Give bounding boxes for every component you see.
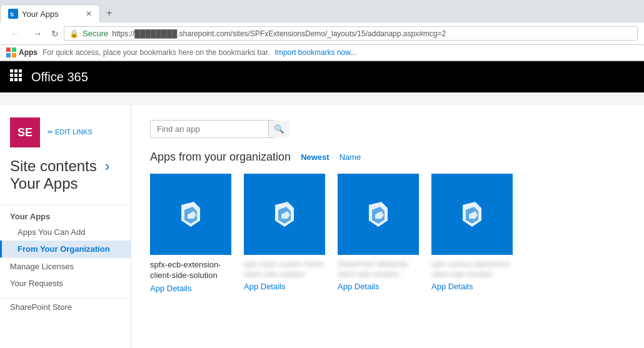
svg-rect-3 <box>6 47 11 52</box>
app-name-0: spfx-ecb-extension-client-side-solution <box>150 260 231 281</box>
app-card-2: SharePoint Webtools client side solution… <box>338 174 419 293</box>
app-icon-1[interactable] <box>244 174 325 255</box>
app-card-1: spfx react custom footer client side sol… <box>244 174 325 293</box>
waffle-btn[interactable] <box>10 69 23 85</box>
svg-rect-10 <box>10 74 13 77</box>
nav-section-bottom: Manage Licenses Your Requests <box>0 257 131 292</box>
address-protocol: Secure <box>83 29 108 38</box>
breadcrumb-parent: Site contents <box>10 157 97 174</box>
svg-rect-7 <box>10 69 13 72</box>
svg-text:S: S <box>10 11 14 17</box>
apps-section-title: Apps from your organization Newest Name <box>150 151 625 164</box>
avatar: SE <box>10 117 40 147</box>
sidebar-item-from-your-org[interactable]: From Your Organization <box>0 241 131 257</box>
sort-name-link[interactable]: Name <box>340 152 361 162</box>
new-tab-btn[interactable]: + <box>100 4 118 22</box>
svg-rect-4 <box>12 47 16 52</box>
breadcrumb-child: Your Apps <box>10 175 78 192</box>
app-details-link-2[interactable]: App Details <box>338 282 419 291</box>
bookmarks-bar: Apps For quick access, place your bookma… <box>0 45 644 61</box>
sidebar-item-sharepoint-store[interactable]: SharePoint Store <box>0 299 131 316</box>
browser-chrome: S Your Apps ✕ + ← → ↻ 🔒 Secure https://█… <box>0 0 644 61</box>
main-layout: SE ✏ EDIT LINKS Site contents › Your App… <box>0 105 644 348</box>
tab-favicon: S <box>8 9 18 19</box>
bookmarks-apps-icon: Apps <box>6 47 38 57</box>
svg-rect-15 <box>19 78 22 81</box>
grey-strip <box>0 92 644 105</box>
bookmarks-label: Apps <box>19 48 38 57</box>
address-bar: ← → ↻ 🔒 Secure https://████████.sharepoi… <box>0 22 644 45</box>
sidebar-item-your-requests[interactable]: Your Requests <box>0 275 131 292</box>
breadcrumb: Site contents › Your Apps <box>10 157 113 192</box>
app-icon-0[interactable] <box>150 174 231 255</box>
tab-title: Your Apps <box>22 9 59 19</box>
edit-links-btn[interactable]: ✏ EDIT LINKS <box>48 128 93 136</box>
app-details-link-3[interactable]: App Details <box>431 282 513 291</box>
search-button[interactable]: 🔍 <box>268 121 289 137</box>
app-name-3: spfx various dashboard client side solut… <box>431 260 513 279</box>
svg-rect-12 <box>19 74 22 77</box>
lock-icon: 🔒 <box>69 29 79 38</box>
svg-rect-9 <box>19 69 22 72</box>
address-input[interactable]: 🔒 Secure https://████████.sharepoint.com… <box>64 26 638 41</box>
app-icon-2[interactable] <box>338 174 419 255</box>
site-identity: SE ✏ EDIT LINKS <box>0 117 131 157</box>
app-card-3: spfx various dashboard client side solut… <box>431 174 513 293</box>
svg-rect-11 <box>14 74 18 77</box>
sidebar: SE ✏ EDIT LINKS Site contents › Your App… <box>0 105 131 348</box>
app-name-2: SharePoint Webtools client side solution <box>338 260 419 279</box>
tab-close-btn[interactable]: ✕ <box>86 9 92 18</box>
svg-rect-14 <box>14 78 18 81</box>
content-area: 🔍 Apps from your organization Newest Nam… <box>131 105 644 348</box>
tab-bar: S Your Apps ✕ + <box>0 0 644 22</box>
app-card-0: spfx-ecb-extension-client-side-solution … <box>150 174 231 293</box>
sort-newest-link[interactable]: Newest <box>301 152 330 162</box>
svg-rect-6 <box>12 53 16 57</box>
active-tab[interactable]: S Your Apps ✕ <box>0 4 100 22</box>
svg-rect-8 <box>14 69 18 72</box>
page-title-area: Site contents › Your Apps <box>0 157 131 205</box>
search-input[interactable] <box>151 121 268 137</box>
app-icon-3[interactable] <box>431 174 513 255</box>
nav-section: Your Apps Apps You Can Add From Your Org… <box>0 205 131 257</box>
forward-btn[interactable]: → <box>29 27 46 41</box>
pencil-icon: ✏ <box>48 128 53 136</box>
address-url: https://████████.sharepoint.com/sites/SP… <box>112 29 446 38</box>
bookmarks-text: For quick access, place your bookmarks h… <box>43 48 270 57</box>
sidebar-item-apps-you-can-add[interactable]: Apps You Can Add <box>0 224 131 241</box>
app-details-link-0[interactable]: App Details <box>150 284 231 293</box>
sidebar-item-manage-licenses[interactable]: Manage Licenses <box>0 258 131 275</box>
breadcrumb-separator: › <box>104 157 109 174</box>
svg-rect-5 <box>6 53 11 57</box>
search-bar: 🔍 <box>150 120 275 138</box>
app-details-link-1[interactable]: App Details <box>244 282 325 291</box>
office365-title: Office 365 <box>31 70 88 84</box>
reload-btn[interactable]: ↻ <box>51 29 59 39</box>
svg-rect-13 <box>10 78 13 81</box>
back-btn[interactable]: ← <box>6 27 24 41</box>
app-name-1: spfx react custom footer client side sol… <box>244 260 325 279</box>
import-link[interactable]: Import bookmarks now... <box>275 48 357 57</box>
office365-header: Office 365 <box>0 61 644 92</box>
nav-section-store: SharePoint Store <box>0 298 131 316</box>
apps-grid: spfx-ecb-extension-client-side-solution … <box>150 174 625 293</box>
sidebar-item-your-apps[interactable]: Your Apps <box>0 206 131 224</box>
